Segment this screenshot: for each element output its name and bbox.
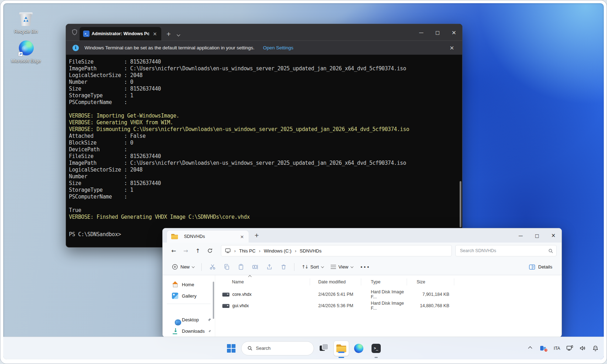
forward-button[interactable]: →: [180, 245, 192, 256]
taskbar-search-label: Search: [256, 346, 271, 351]
new-tab-button[interactable]: +: [254, 232, 259, 239]
sidebar-scrollbar-thumb[interactable]: [213, 282, 214, 319]
taskbar-edge-button[interactable]: [351, 341, 366, 356]
cut-icon: [209, 264, 216, 270]
terminal-output: FileSize : 8152637440ImagePath : C:\User…: [66, 55, 462, 221]
terminal-tab[interactable]: >_ Administrator: Windows Powe ×: [80, 27, 161, 40]
explorer-tab[interactable]: SDNVHDs ×: [167, 230, 249, 243]
terminal-line: FileSize : 8152637440: [69, 153, 462, 160]
search-input[interactable]: [460, 248, 548, 253]
info-icon: i: [72, 45, 79, 51]
details-button[interactable]: Details: [525, 262, 556, 272]
desktop-icon-edge[interactable]: ↗ Microsoft Edge: [9, 39, 43, 64]
delete-button[interactable]: [276, 261, 291, 273]
sidebar-item[interactable]: Home: [163, 279, 215, 290]
terminal-titlebar[interactable]: >_ Administrator: Windows Powe × + — □ ×: [66, 24, 462, 40]
terminal-line: PSComputerName :: [69, 194, 462, 200]
sidebar-item-icon: [172, 281, 178, 288]
terminal-line: VERBOSE: Importing Get-WindowsImage.: [69, 113, 462, 119]
column-header-modified[interactable]: Date modified: [310, 278, 361, 286]
do-not-disturb-button[interactable]: z z: [590, 342, 600, 355]
sort-button[interactable]: ↑↓ Sort: [298, 262, 327, 272]
cut-button[interactable]: [205, 261, 220, 273]
share-button[interactable]: [262, 261, 276, 273]
language-indicator[interactable]: ITA: [552, 342, 562, 355]
copy-button[interactable]: [220, 261, 234, 273]
close-button[interactable]: ×: [446, 24, 462, 40]
terminal-line: PSComputerName :: [69, 99, 462, 106]
terminal-scrollbar-thumb[interactable]: [460, 181, 461, 227]
new-plus-icon: [172, 264, 178, 270]
hidden-icons-button[interactable]: [526, 342, 536, 355]
tab-close-button[interactable]: ×: [238, 234, 246, 240]
breadcrumb: › This PC › Windows (C:) › SDNVHDs: [231, 248, 321, 254]
terminal-line: ImagePath : C:\Users\nicferr\Downloads\e…: [69, 65, 462, 72]
close-button[interactable]: ×: [545, 228, 562, 243]
edge-icon: [354, 344, 363, 353]
minimize-button[interactable]: —: [513, 228, 529, 243]
terminal-window: >_ Administrator: Windows Powe × + — □ ×…: [66, 24, 462, 248]
terminal-content[interactable]: FileSize : 8152637440ImagePath : C:\User…: [66, 55, 462, 247]
minimize-button[interactable]: —: [413, 24, 429, 40]
explorer-tabrow[interactable]: SDNVHDs × + — □ ×: [163, 228, 562, 243]
back-button[interactable]: ←: [168, 245, 180, 256]
tab-dropdown-chevron-icon[interactable]: [177, 33, 180, 37]
device-status-button[interactable]: [538, 342, 549, 355]
taskbar-file-explorer-button[interactable]: [334, 341, 349, 356]
refresh-button[interactable]: [204, 245, 216, 256]
terminal-prompt: PS C:\SDNSandbox>: [69, 231, 121, 238]
tab-close-button[interactable]: ×: [151, 31, 158, 37]
maximize-button[interactable]: □: [429, 24, 446, 40]
chevron-down-icon: [350, 265, 353, 268]
more-options-button[interactable]: •••: [357, 263, 374, 271]
banner-close-button[interactable]: ×: [447, 44, 457, 52]
task-view-button[interactable]: [316, 341, 331, 356]
file-row[interactable]: core.vhdx 2/4/2026 5:41 PM Hard Disk Ima…: [218, 289, 562, 300]
windows-logo-icon: [227, 344, 235, 353]
recycle-bin-icon: [17, 10, 35, 28]
terminal-line: Number : 0: [69, 79, 462, 86]
sidebar-item-icon: [172, 328, 178, 334]
rename-button[interactable]: [248, 261, 262, 273]
maximize-button[interactable]: □: [529, 228, 545, 243]
taskbar-search[interactable]: Search: [241, 341, 314, 355]
file-size: 14,880,768 KB: [407, 303, 454, 308]
explorer-searchbar[interactable]: [455, 245, 557, 256]
column-header-name[interactable]: Name: [218, 278, 310, 286]
breadcrumb-segment[interactable]: This PC: [239, 248, 255, 254]
trash-icon: [280, 264, 287, 270]
file-explorer-window: SDNVHDs × + — □ × ← → ↑: [162, 228, 562, 337]
new-button[interactable]: New: [168, 262, 198, 272]
network-button[interactable]: [565, 342, 575, 355]
view-lines-icon: [331, 265, 336, 269]
sidebar-item-pinned[interactable]: Desktop: [163, 314, 215, 325]
admin-shield-icon: [71, 29, 78, 36]
open-settings-link[interactable]: Open Settings: [263, 45, 294, 50]
file-row[interactable]: gui.vhdx 2/4/2026 5:36 PM Hard Disk Imag…: [218, 300, 562, 311]
column-header-type[interactable]: Type: [361, 278, 407, 286]
sidebar-item-pinned[interactable]: Downloads: [163, 325, 215, 337]
breadcrumb-segment[interactable]: Windows (C:): [264, 248, 292, 254]
terminal-line: True: [69, 207, 462, 214]
sidebar-item-label: Downloads: [182, 328, 205, 334]
column-header-size[interactable]: Size: [407, 278, 454, 286]
sidebar-item-label: Gallery: [182, 293, 211, 299]
view-button[interactable]: View: [327, 262, 357, 272]
explorer-sidebar: Home Gallery: [163, 275, 215, 337]
up-button[interactable]: ↑: [192, 245, 204, 256]
file-list-header: Name Date modified Type Size: [218, 275, 562, 289]
sidebar-item[interactable]: Gallery: [163, 290, 215, 301]
paste-button[interactable]: [234, 261, 248, 273]
new-tab-button[interactable]: +: [166, 31, 171, 37]
file-list: Name Date modified Type Size core.vhdx: [215, 275, 562, 337]
this-pc-icon: [225, 248, 231, 254]
sort-arrows-icon: ↑↓: [302, 264, 308, 270]
desktop-icon-recycle-bin[interactable]: Recycle Bin: [9, 10, 43, 34]
volume-button[interactable]: [578, 342, 587, 355]
terminal-line: Size : 8152637440: [69, 86, 462, 92]
breadcrumb-segment[interactable]: SDNVHDs: [300, 248, 321, 254]
taskbar-terminal-button[interactable]: >_: [369, 341, 384, 356]
sort-ascending-icon: [248, 275, 252, 279]
breadcrumb-bar[interactable]: › This PC › Windows (C:) › SDNVHDs: [221, 245, 452, 256]
start-button[interactable]: [224, 341, 239, 356]
